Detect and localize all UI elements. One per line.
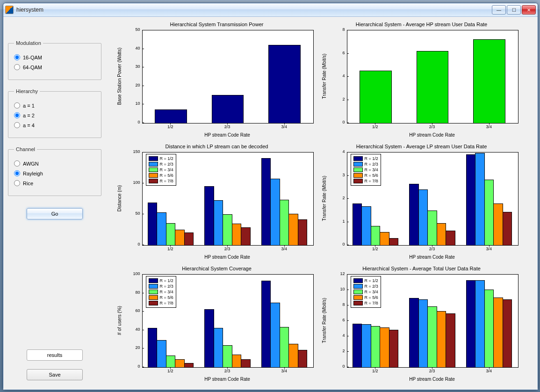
- bar: [166, 356, 175, 368]
- radio-a4-label: a = 4: [23, 123, 35, 128]
- x-axis-label: HP stream Code Rate: [409, 254, 455, 260]
- x-tick: 2/3: [224, 247, 230, 251]
- bar: [473, 39, 505, 123]
- chart-lp_rate: Hierarchical System - Average LP stream …: [321, 144, 522, 261]
- radio-64qam[interactable]: 64-QAM: [14, 64, 95, 70]
- x-axis-label: HP stream Code Rate: [204, 132, 250, 138]
- bar: [280, 327, 289, 368]
- legend-label: R = 2/3: [365, 161, 378, 167]
- radio-a4[interactable]: a = 4: [14, 122, 95, 128]
- legend-label: R = 5/6: [160, 173, 173, 178]
- radio-a1-label: a = 1: [23, 103, 35, 109]
- y-tick: 0: [122, 364, 140, 369]
- bar: [417, 51, 449, 123]
- x-tick: 3/4: [486, 124, 492, 129]
- legend-label: R = 2/3: [365, 283, 378, 289]
- bar: [241, 227, 250, 246]
- radio-a2-input[interactable]: [14, 112, 20, 118]
- bar: [212, 95, 244, 123]
- legend-swatch: [353, 179, 363, 183]
- radio-awgn-input[interactable]: [14, 160, 20, 167]
- go-button[interactable]: Go: [27, 208, 83, 219]
- y-axis-label: Base Station Power (Watts): [116, 48, 122, 105]
- bar: [204, 186, 214, 246]
- x-tick: 1/2: [372, 124, 378, 129]
- legend-label: R = 2/3: [160, 161, 173, 167]
- bar: [261, 158, 271, 246]
- y-axis-label: Distance (m): [116, 185, 122, 212]
- chart-title: Hierarchical System - Average HP stream …: [321, 22, 522, 27]
- x-tick: 1/2: [167, 369, 173, 373]
- radio-16qam-input[interactable]: [14, 54, 20, 60]
- bar: [288, 344, 298, 368]
- x-tick: 2/3: [429, 124, 435, 129]
- modulation-panel: Modulation 16-QAM 64-QAM: [8, 40, 101, 80]
- close-button[interactable]: ✕: [522, 5, 536, 15]
- y-tick: 10: [326, 287, 345, 291]
- y-axis-label: Transfer Rate (Mbit/s): [321, 176, 326, 221]
- legend-label: R = 5/6: [160, 295, 173, 300]
- bar: [437, 311, 446, 368]
- maximize-button[interactable]: ☐: [507, 5, 521, 15]
- radio-a4-input[interactable]: [14, 122, 20, 128]
- radio-64qam-input[interactable]: [14, 64, 20, 70]
- bar: [232, 355, 241, 368]
- radio-a2-label: a = 2: [23, 113, 35, 118]
- legend-swatch: [149, 156, 158, 161]
- legend: R = 1/2R = 2/3R = 3/4R = 5/6R = 7/8: [146, 276, 176, 308]
- bar: [175, 230, 184, 246]
- radio-rayleigh-input[interactable]: [14, 170, 20, 176]
- y-tick: 0: [122, 120, 140, 124]
- x-tick: 1/2: [167, 124, 173, 129]
- bar: [184, 232, 194, 246]
- channel-panel: Channel AWGN Rayleigh Rice: [8, 146, 101, 196]
- bar: [446, 231, 455, 246]
- titlebar[interactable]: hiersystem — ☐ ✕: [3, 3, 538, 17]
- radio-a2[interactable]: a = 2: [14, 112, 95, 118]
- x-tick: 1/2: [372, 247, 378, 251]
- legend-label: R = 5/6: [365, 295, 378, 300]
- y-tick: 40: [122, 46, 140, 51]
- y-tick: 6: [326, 51, 345, 55]
- chart-hp_rate: Hierarchical System - Average HP stream …: [321, 22, 522, 138]
- app-icon: [5, 6, 14, 14]
- charts-grid: Hierarchical System Transmission Power01…: [105, 22, 533, 385]
- legend-label: R = 7/8: [365, 178, 378, 184]
- radio-a1[interactable]: a = 1: [14, 102, 95, 109]
- results-button[interactable]: results: [27, 349, 83, 361]
- radio-a1-input[interactable]: [14, 102, 20, 109]
- x-tick: 3/4: [281, 247, 287, 251]
- minimize-button[interactable]: —: [492, 5, 506, 15]
- radio-rayleigh[interactable]: Rayleigh: [14, 170, 95, 176]
- y-tick: 1: [326, 219, 345, 224]
- y-tick: 12: [326, 271, 345, 276]
- bar: [389, 330, 398, 368]
- y-tick: 4: [326, 149, 345, 154]
- radio-16qam[interactable]: 16-QAM: [14, 54, 95, 60]
- bar: [361, 324, 371, 368]
- chart-title: Hierarchical System - Average LP stream …: [321, 144, 522, 149]
- y-tick: 20: [122, 345, 140, 350]
- x-tick: 2/3: [429, 247, 435, 251]
- y-tick: 2: [326, 196, 345, 200]
- save-button[interactable]: Save: [27, 369, 83, 380]
- x-tick: 2/3: [429, 369, 435, 373]
- bar: [298, 350, 307, 368]
- x-tick: 3/4: [486, 369, 492, 373]
- bar: [446, 313, 455, 368]
- bar: [148, 203, 157, 246]
- y-tick: 100: [122, 180, 140, 185]
- radio-awgn[interactable]: AWGN: [14, 160, 95, 167]
- x-axis-label: HP stream Code Rate: [204, 377, 250, 382]
- radio-64qam-label: 64-QAM: [23, 65, 42, 70]
- chart-title: Distance in which LP stream can be decod…: [116, 144, 317, 149]
- bar: [166, 223, 175, 246]
- legend-swatch: [149, 301, 158, 305]
- legend-label: R = 1/2: [365, 156, 378, 161]
- radio-rice[interactable]: Rice: [14, 180, 95, 186]
- radio-rice-input[interactable]: [14, 180, 20, 186]
- y-tick: 100: [122, 271, 140, 276]
- y-tick: 50: [122, 211, 140, 216]
- y-tick: 4: [326, 73, 345, 78]
- legend-label: R = 3/4: [160, 289, 173, 295]
